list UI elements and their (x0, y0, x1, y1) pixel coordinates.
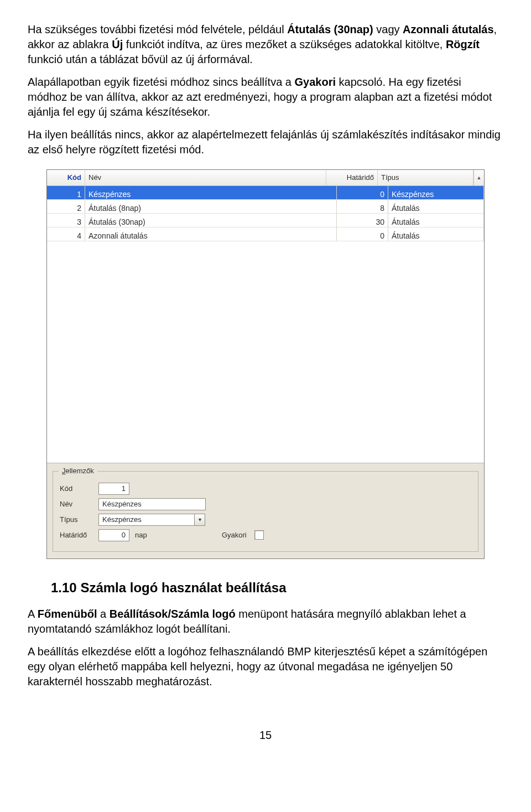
table-cell: 1 (47, 186, 85, 199)
section-heading: 1.10 Számla logó használat beállítása (51, 579, 503, 597)
table-cell: Átutalás (8nap) (85, 200, 337, 213)
table-cell: 4 (47, 227, 85, 241)
panel-title-rest: ellemzők (66, 467, 94, 475)
text-bold: Főmenüből (38, 608, 97, 620)
table-cell: Azonnali átutalás (85, 227, 337, 241)
paragraph-5: A beállítás elkezdése előtt a logóhoz fe… (28, 644, 503, 689)
table-cell: 3 (47, 214, 85, 227)
label-nap: nap (135, 530, 147, 540)
label-nev: Név (60, 499, 98, 509)
table-row[interactable]: 2Átutalás (8nap)8Átutalás (47, 200, 484, 214)
page-number: 15 (28, 728, 503, 743)
text: funkció után a táblázat bővül az új árfo… (28, 53, 253, 65)
table-row[interactable]: 3Átutalás (30nap)30Átutalás (47, 214, 484, 227)
table-cell: Átutalás (30nap) (85, 214, 337, 227)
text-bold: Átutalás (30nap) (287, 23, 373, 35)
text: funkciót indítva, az üres mezőket a szük… (123, 38, 446, 50)
table-cell: Átutalás (388, 214, 484, 227)
col-header-nev[interactable]: Név (85, 170, 326, 185)
text: a (97, 608, 110, 620)
table-row[interactable]: 4Azonnali átutalás0Átutalás (47, 227, 484, 241)
input-kod[interactable]: 1 (98, 483, 129, 495)
table-row[interactable]: 1Készpénzes0Készpénzes (47, 186, 484, 200)
app-window: Kód Név Határidő Típus ▲ 1Készpénzes0Kés… (46, 169, 485, 559)
paragraph-1: Ha szükséges további fizetési mód felvét… (28, 22, 503, 67)
chevron-down-icon[interactable]: ▾ (195, 514, 205, 526)
input-hatarido[interactable]: 0 (98, 529, 129, 541)
text-bold: Azonnali átutalás (403, 23, 493, 35)
combo-tipus-value[interactable]: Készpénzes (98, 514, 195, 526)
table-cell: Átutalás (388, 200, 484, 213)
text-bold: Rögzít (446, 38, 480, 50)
paragraph-3: Ha ilyen beállítás nincs, akkor az alapé… (28, 127, 503, 157)
text: Ha szükséges további fizetési mód felvét… (28, 23, 287, 35)
table-cell: Átutalás (388, 227, 484, 241)
table-cell: 0 (337, 186, 388, 199)
label-tipus: Típus (60, 515, 98, 525)
text: Alapállapotban egyik fizetési módhoz sin… (28, 76, 295, 88)
text-bold: Gyakori (295, 76, 336, 88)
combo-tipus[interactable]: Készpénzes ▾ (98, 514, 205, 526)
text: vagy (373, 23, 403, 35)
paragraph-2: Alapállapotban egyik fizetési módhoz sin… (28, 75, 503, 120)
table-cell: Készpénzes (85, 186, 337, 199)
col-header-hatarido[interactable]: Határidő (326, 170, 378, 185)
col-header-tipus[interactable]: Típus (378, 170, 473, 185)
paragraph-4: A Főmenüből a Beállítások/Számla logó me… (28, 607, 503, 637)
col-header-kod[interactable]: Kód (47, 170, 85, 185)
table-cell: 0 (337, 227, 388, 241)
text-bold: Beállítások/Számla logó (110, 608, 236, 620)
data-grid: Kód Név Határidő Típus ▲ 1Készpénzes0Kés… (47, 170, 484, 463)
input-nev[interactable]: Készpénzes (98, 498, 206, 510)
panel-title: Jellemzők (59, 466, 97, 476)
table-cell: 8 (337, 200, 388, 213)
table-cell: 30 (337, 214, 388, 227)
grid-header: Kód Név Határidő Típus ▲ (47, 170, 484, 186)
label-kod: Kód (60, 484, 98, 494)
table-cell: Készpénzes (388, 186, 484, 199)
table-cell: 2 (47, 200, 85, 213)
checkbox-gyakori[interactable] (254, 530, 264, 540)
scroll-up-icon[interactable]: ▲ (473, 170, 484, 185)
text-bold: Új (112, 38, 123, 50)
text: A (28, 608, 38, 620)
label-hatarido: Határidő (60, 530, 98, 540)
details-panel: Jellemzők Kód 1 Név Készpénzes Típus Kés… (53, 471, 478, 552)
label-gyakori: Gyakori (147, 530, 254, 540)
grid-body[interactable]: 1Készpénzes0Készpénzes2Átutalás (8nap)8Á… (47, 186, 484, 463)
